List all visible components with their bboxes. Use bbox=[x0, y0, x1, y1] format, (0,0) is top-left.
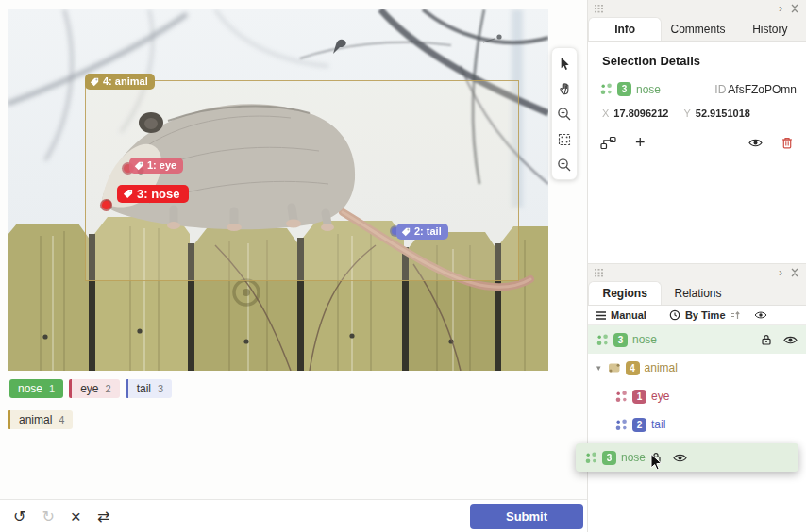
keypoint-label-tail[interactable]: 2: tail bbox=[396, 224, 448, 240]
keypoints-icon bbox=[615, 391, 628, 403]
zoom-in-icon bbox=[557, 107, 572, 122]
zoom-out-button[interactable] bbox=[552, 152, 577, 177]
label-hotkey: 4 bbox=[59, 414, 64, 425]
settings-icon[interactable]: ⇄ bbox=[97, 509, 109, 524]
keypoint-label-eye[interactable]: 1: eye bbox=[129, 158, 183, 174]
label-text: tail bbox=[137, 382, 151, 395]
label-button-animal[interactable]: animal 4 bbox=[8, 410, 73, 429]
y-label: Y bbox=[683, 108, 690, 119]
bottom-toolbar: ↺ ↻ × ⇄ Submit bbox=[0, 499, 587, 532]
region-name: nose bbox=[632, 333, 657, 346]
eye-icon[interactable] bbox=[783, 335, 798, 345]
expand-arrow-icon[interactable]: ▾ bbox=[596, 363, 601, 373]
grip-icon[interactable] bbox=[595, 5, 604, 13]
region-id-label: ID bbox=[714, 83, 726, 96]
relation-icon[interactable] bbox=[600, 136, 616, 150]
eye-icon[interactable] bbox=[673, 453, 687, 463]
region-row-nose-drag-ghost[interactable]: 3 nose bbox=[576, 443, 798, 472]
delete-region-icon[interactable] bbox=[781, 137, 793, 149]
label-text: animal bbox=[19, 413, 52, 426]
region-group-animal[interactable]: ▾ 4 animal bbox=[588, 354, 806, 382]
undo-icon[interactable]: ↺ bbox=[13, 509, 25, 524]
region-badge: 3 bbox=[613, 333, 628, 347]
fit-screen-button[interactable] bbox=[552, 126, 577, 152]
region-badge: 2 bbox=[632, 418, 646, 432]
label-button-eye[interactable]: eye 2 bbox=[69, 379, 119, 398]
pan-tool-button[interactable] bbox=[552, 75, 577, 101]
submit-button[interactable]: Submit bbox=[470, 504, 583, 529]
group-by-label[interactable]: Manual bbox=[611, 309, 646, 321]
region-name: animal bbox=[645, 361, 678, 374]
keypoint-nose[interactable] bbox=[102, 201, 110, 209]
panel-collapse-icon[interactable] bbox=[790, 268, 799, 277]
bbox-animal[interactable]: 4: animal bbox=[85, 80, 519, 281]
region-name: eye bbox=[651, 390, 669, 403]
region-badge: 1 bbox=[632, 390, 646, 404]
tag-icon bbox=[90, 77, 99, 87]
regions-panel-header[interactable]: › bbox=[588, 264, 806, 281]
side-panels: › Info Comments History Selection Detail… bbox=[587, 0, 806, 532]
regions-toolbar: Manual By Time bbox=[588, 306, 806, 325]
region-id-value: AfsFZoPOmn bbox=[728, 83, 797, 96]
region-id: IDAfsFZoPOmn bbox=[714, 83, 797, 96]
visibility-icon[interactable] bbox=[748, 138, 763, 148]
y-value: 52.9151018 bbox=[696, 108, 750, 119]
annotation-canvas[interactable]: 4: animal 1: eye 3: nose 2: tail bbox=[8, 9, 548, 371]
tab-relations[interactable]: Relations bbox=[662, 281, 733, 305]
grip-icon[interactable] bbox=[595, 269, 604, 277]
label-hotkey: 3 bbox=[158, 383, 163, 394]
clock-icon[interactable] bbox=[669, 309, 680, 321]
group-by-icon[interactable] bbox=[596, 311, 606, 320]
keypoints-icon bbox=[615, 419, 628, 431]
tab-history[interactable]: History bbox=[734, 17, 806, 41]
bbox-label-text: 4: animal bbox=[103, 75, 148, 88]
hand-icon bbox=[558, 81, 572, 95]
region-row-eye[interactable]: 1 eye bbox=[588, 382, 806, 410]
label-text: eye bbox=[80, 382, 98, 395]
sort-by-label[interactable]: By Time bbox=[685, 309, 726, 321]
tab-spacer bbox=[734, 281, 806, 305]
select-tool-button[interactable] bbox=[552, 50, 577, 75]
keypoint-label-text: 1: eye bbox=[147, 159, 176, 172]
tab-comments[interactable]: Comments bbox=[662, 17, 733, 41]
tab-info[interactable]: Info bbox=[588, 17, 662, 41]
panel-detach-icon[interactable]: › bbox=[779, 267, 782, 278]
panel-detach-icon[interactable]: › bbox=[779, 3, 782, 14]
region-name: tail bbox=[651, 418, 665, 431]
tag-icon bbox=[134, 161, 143, 171]
toggle-visibility-all-icon[interactable] bbox=[754, 310, 767, 320]
keypoints-icon bbox=[596, 334, 609, 346]
canvas-tool-palette bbox=[551, 47, 578, 180]
add-region-icon[interactable]: + bbox=[635, 134, 646, 151]
info-panel-header[interactable]: › bbox=[588, 0, 806, 17]
regions-panel: › Regions Relations Manual By Time 3 bbox=[588, 263, 806, 439]
region-name: nose bbox=[636, 83, 661, 96]
label-button-tail[interactable]: tail 3 bbox=[126, 379, 172, 398]
reset-icon[interactable]: × bbox=[71, 507, 81, 525]
x-value: 17.8096212 bbox=[613, 108, 668, 119]
coordinates-row: X17.8096212 Y52.9151018 bbox=[602, 108, 806, 119]
label-buttons-row2: animal 4 bbox=[8, 410, 73, 429]
label-hotkey: 1 bbox=[49, 383, 55, 394]
fit-screen-icon bbox=[557, 132, 572, 147]
region-row-nose[interactable]: 3 nose bbox=[588, 325, 806, 354]
sort-order-icon[interactable] bbox=[730, 310, 741, 321]
redo-icon[interactable]: ↻ bbox=[42, 509, 54, 524]
panel-collapse-icon[interactable] bbox=[790, 4, 799, 13]
region-badge: 3 bbox=[602, 451, 616, 465]
selection-details-heading: Selection Details bbox=[602, 54, 806, 68]
bbox-label-animal[interactable]: 4: animal bbox=[85, 74, 155, 90]
lock-icon[interactable] bbox=[761, 334, 772, 345]
region-badge: 3 bbox=[617, 82, 631, 96]
tab-regions[interactable]: Regions bbox=[588, 281, 662, 305]
region-row-tail[interactable]: 2 tail bbox=[588, 410, 806, 439]
tag-icon bbox=[123, 189, 133, 199]
label-button-nose[interactable]: nose 1 bbox=[9, 379, 63, 398]
cursor-icon bbox=[557, 56, 572, 71]
info-panel-tabs: Info Comments History bbox=[588, 17, 806, 42]
tag-icon bbox=[401, 227, 411, 237]
label-text: nose bbox=[18, 382, 42, 395]
keypoint-label-nose[interactable]: 3: nose bbox=[117, 185, 189, 203]
zoom-in-button[interactable] bbox=[552, 101, 577, 126]
x-label: X bbox=[602, 108, 609, 119]
